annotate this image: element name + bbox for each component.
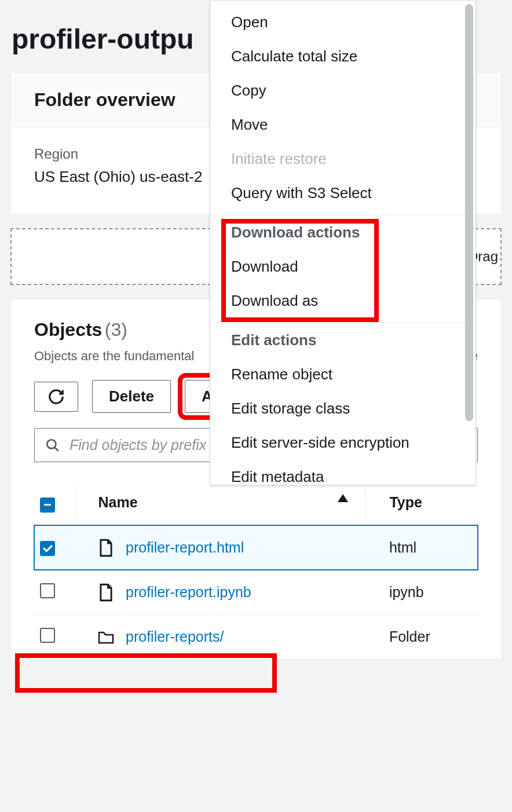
menu-edit-storage[interactable]: Edit storage class (210, 392, 476, 426)
menu-open[interactable]: Open (210, 1, 476, 39)
row-checkbox[interactable] (40, 541, 55, 556)
menu-download-header: Download actions (210, 215, 476, 250)
objects-description: Objects are the fundamental (34, 349, 194, 364)
actions-dropdown: Open Calculate total size Copy Move Init… (210, 0, 476, 485)
menu-edit-metadata[interactable]: Edit metadata (210, 460, 476, 485)
objects-table: Name Type profiler-report.html html (34, 482, 478, 659)
menu-query-s3-select[interactable]: Query with S3 Select (210, 176, 476, 210)
refresh-button[interactable] (34, 382, 78, 412)
select-all-checkbox[interactable] (40, 498, 55, 513)
row-checkbox[interactable] (40, 628, 55, 643)
menu-download-as[interactable]: Download as (210, 284, 476, 318)
svg-point-0 (47, 440, 56, 448)
menu-calculate-size[interactable]: Calculate total size (210, 39, 476, 74)
objects-heading: Objects (34, 319, 102, 340)
row-checkbox[interactable] (40, 583, 55, 598)
object-link[interactable]: profiler-report.ipynb (126, 584, 251, 601)
menu-initiate-restore: Initiate restore (210, 142, 476, 176)
object-type: Folder (366, 615, 478, 659)
menu-rename[interactable]: Rename object (210, 357, 476, 392)
object-link[interactable]: profiler-report.html (126, 539, 244, 556)
menu-move[interactable]: Move (210, 108, 476, 142)
objects-count: (3) (105, 319, 127, 340)
delete-button[interactable]: Delete (92, 380, 171, 413)
table-row[interactable]: profiler-report.ipynb ipynb (34, 570, 478, 615)
dropdown-scrollbar[interactable] (465, 4, 473, 421)
menu-edit-header: Edit actions (210, 323, 476, 357)
file-icon (98, 539, 114, 557)
refresh-icon (47, 388, 65, 405)
search-icon (45, 438, 60, 453)
table-row[interactable]: profiler-reports/ Folder (34, 615, 478, 659)
menu-edit-encryption[interactable]: Edit server-side encryption (210, 426, 476, 460)
table-row[interactable]: profiler-report.html html (34, 525, 478, 570)
menu-download[interactable]: Download (210, 250, 476, 284)
menu-copy[interactable]: Copy (210, 74, 476, 108)
column-type-header[interactable]: Type (366, 482, 478, 525)
sort-asc-icon (338, 494, 348, 502)
object-type: ipynb (366, 570, 478, 615)
object-link[interactable]: profiler-reports/ (126, 628, 224, 645)
svg-line-1 (54, 447, 58, 451)
column-name-header[interactable]: Name (98, 494, 138, 510)
object-type: html (366, 525, 478, 570)
folder-icon (98, 628, 114, 646)
file-icon (98, 583, 114, 602)
